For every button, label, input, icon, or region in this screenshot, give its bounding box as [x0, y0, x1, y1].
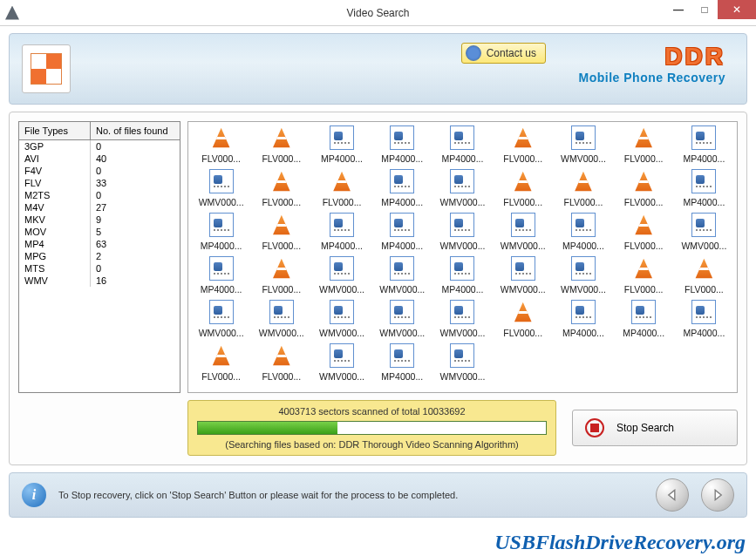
file-item[interactable]: MP4000...: [373, 125, 432, 164]
file-label: FLV000...: [312, 197, 371, 207]
footer-url: USBFlashDriveRecovery.org: [494, 531, 746, 554]
file-item[interactable]: MP4000...: [433, 256, 492, 295]
file-item[interactable]: FLV000...: [494, 125, 552, 164]
file-item[interactable]: WMV000...: [312, 300, 371, 338]
file-label: MP4000...: [433, 153, 492, 164]
table-row[interactable]: MPG2: [19, 250, 180, 262]
close-button[interactable]: ✕: [718, 0, 756, 19]
file-item[interactable]: WMV000...: [675, 213, 733, 251]
file-item[interactable]: WMV000...: [554, 125, 612, 164]
table-row[interactable]: MKV9: [19, 214, 180, 226]
table-row[interactable]: M4V27: [19, 201, 180, 214]
table-row[interactable]: 3GP0: [19, 140, 180, 153]
vlc-cone-icon: [269, 256, 294, 281]
video-file-icon: [450, 169, 474, 193]
file-item[interactable]: WMV000...: [312, 256, 371, 295]
file-item[interactable]: WMV000...: [312, 343, 371, 382]
file-item[interactable]: WMV000...: [433, 343, 492, 382]
footer-bar: i To Stop recovery, click on 'Stop Searc…: [9, 472, 747, 518]
file-item[interactable]: MP4000...: [675, 169, 733, 207]
file-item[interactable]: WMV000...: [192, 300, 250, 338]
video-file-icon: [209, 213, 234, 237]
file-item[interactable]: WMV000...: [252, 300, 310, 338]
table-row[interactable]: MTS0: [19, 262, 180, 275]
minimize-button[interactable]: —: [665, 0, 691, 19]
stop-search-button[interactable]: Stop Search: [572, 410, 738, 446]
file-item[interactable]: FLV000...: [312, 169, 371, 207]
contact-us-button[interactable]: Contact us: [461, 43, 546, 64]
table-row[interactable]: M2TS0: [19, 189, 180, 201]
file-item[interactable]: MP4000...: [312, 213, 371, 251]
file-label: MP4000...: [433, 284, 492, 295]
table-row[interactable]: MP463: [19, 238, 180, 250]
table-row[interactable]: AVI40: [19, 153, 180, 165]
video-file-icon: [330, 343, 354, 368]
file-label: FLV000...: [554, 197, 612, 207]
file-item[interactable]: WMV000...: [433, 300, 492, 338]
file-item[interactable]: WMV000...: [494, 256, 552, 295]
file-item[interactable]: WMV000...: [192, 169, 250, 207]
file-item[interactable]: MP4000...: [433, 125, 492, 164]
file-item[interactable]: FLV000...: [615, 213, 673, 251]
file-item[interactable]: WMV000...: [554, 256, 612, 295]
brand-main: DDR: [579, 43, 725, 71]
file-item[interactable]: MP4000...: [312, 125, 371, 164]
table-row[interactable]: WMV16: [19, 275, 180, 287]
maximize-button[interactable]: □: [691, 0, 718, 19]
file-item[interactable]: FLV000...: [494, 169, 552, 207]
file-item[interactable]: WMV000...: [433, 213, 492, 251]
vlc-cone-icon: [631, 256, 656, 281]
file-item[interactable]: MP4000...: [675, 300, 733, 338]
file-item[interactable]: FLV000...: [252, 343, 310, 382]
file-item[interactable]: MP4000...: [615, 300, 673, 338]
file-count-cell: 40: [91, 153, 180, 165]
file-item[interactable]: FLV000...: [252, 125, 310, 164]
file-item[interactable]: WMV000...: [433, 169, 492, 207]
file-item[interactable]: WMV000...: [373, 256, 432, 295]
video-file-icon: [571, 300, 596, 324]
file-item[interactable]: MP4000...: [554, 213, 612, 251]
file-type-cell: MKV: [19, 214, 91, 226]
file-item[interactable]: WMV000...: [373, 300, 432, 338]
back-button[interactable]: [656, 478, 689, 512]
file-item[interactable]: FLV000...: [252, 169, 310, 207]
file-label: WMV000...: [494, 284, 552, 295]
file-item[interactable]: FLV000...: [192, 343, 250, 382]
next-button[interactable]: [701, 478, 734, 512]
files-area[interactable]: FLV000...FLV000...MP4000...MP4000...MP40…: [187, 121, 738, 393]
file-types-header-count[interactable]: No. of files found: [91, 122, 180, 140]
progress-bar: [197, 421, 547, 435]
contact-label: Contact us: [487, 47, 536, 59]
file-item[interactable]: MP4000...: [373, 169, 432, 207]
file-label: WMV000...: [373, 284, 432, 295]
video-file-icon: [390, 213, 414, 237]
file-item[interactable]: FLV000...: [615, 256, 673, 295]
file-item[interactable]: MP4000...: [373, 343, 432, 382]
table-row[interactable]: MOV5: [19, 226, 180, 238]
file-item[interactable]: FLV000...: [675, 256, 733, 295]
file-item[interactable]: FLV000...: [615, 169, 673, 207]
file-item[interactable]: MP4000...: [554, 300, 612, 338]
file-item[interactable]: MP4000...: [373, 213, 432, 251]
file-item[interactable]: FLV000...: [494, 300, 552, 338]
window-title: Video Search: [347, 7, 410, 19]
file-item[interactable]: FLV000...: [252, 213, 310, 251]
file-item[interactable]: MP4000...: [192, 256, 250, 295]
file-item[interactable]: FLV000...: [192, 125, 250, 164]
file-item[interactable]: FLV000...: [615, 125, 673, 164]
file-item[interactable]: MP4000...: [192, 213, 250, 251]
file-label: WMV000...: [312, 328, 371, 338]
file-label: MP4000...: [615, 328, 673, 338]
file-label: MP4000...: [192, 284, 250, 295]
file-item[interactable]: FLV000...: [554, 169, 612, 207]
video-file-icon: [209, 169, 234, 193]
file-item[interactable]: FLV000...: [252, 256, 310, 295]
table-row[interactable]: FLV33: [19, 177, 180, 189]
file-label: FLV000...: [252, 153, 310, 164]
file-count-cell: 63: [91, 238, 180, 250]
file-item[interactable]: WMV000...: [494, 213, 552, 251]
file-types-header-type[interactable]: File Types: [19, 122, 91, 140]
video-file-icon: [390, 125, 414, 150]
file-item[interactable]: MP4000...: [675, 125, 733, 164]
table-row[interactable]: F4V0: [19, 165, 180, 177]
